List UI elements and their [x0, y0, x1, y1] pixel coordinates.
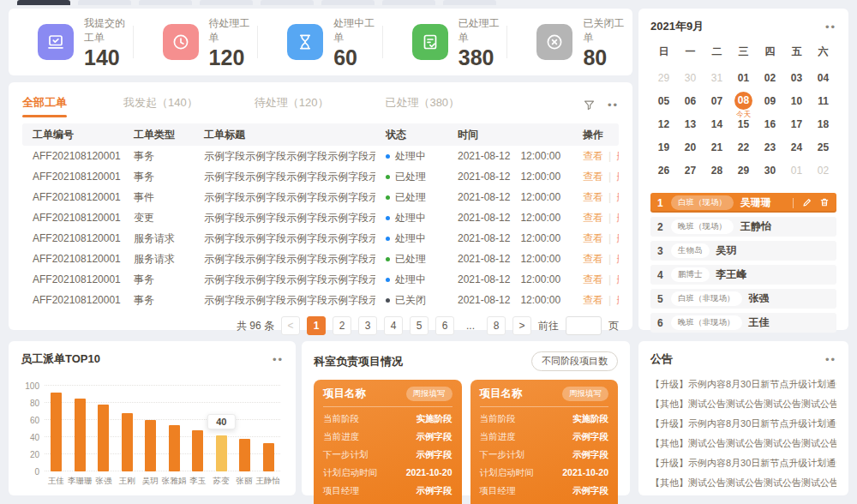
stage-count-button[interactable]: 不同阶段项目数: [531, 351, 618, 371]
calendar-day[interactable]: 01: [783, 161, 810, 184]
calendar-day[interactable]: 31: [704, 69, 730, 92]
window-tab[interactable]: [139, 0, 192, 5]
announcement-item[interactable]: 【升级】示例内容8月30日新节点升级计划通知: [650, 453, 836, 473]
window-tab[interactable]: [443, 0, 496, 5]
view-link[interactable]: 查看: [583, 253, 603, 265]
page-button-6[interactable]: 6: [435, 316, 454, 335]
calendar-day[interactable]: 02: [757, 69, 783, 92]
announcement-item[interactable]: 【其他】测试公告测试公告测试公告测试公告测试公告: [650, 434, 836, 453]
bar-张雅娟[interactable]: [169, 425, 180, 471]
more-icon[interactable]: ••: [825, 21, 836, 33]
delete-link[interactable]: 删除: [616, 273, 619, 285]
roster-item[interactable]: 4鹏博士李王峰: [650, 265, 836, 285]
roster-item[interactable]: 1白班（现场）吴珊珊: [650, 193, 836, 213]
view-link[interactable]: 查看: [583, 273, 603, 285]
calendar-day[interactable]: 06: [677, 92, 704, 115]
bar-王静怡[interactable]: [263, 443, 274, 471]
delete-link[interactable]: 删除: [616, 212, 619, 224]
calendar-day[interactable]: 15: [730, 115, 757, 138]
calendar-day[interactable]: 21: [704, 138, 730, 161]
bar-李玉[interactable]: [192, 430, 203, 471]
window-tab[interactable]: [261, 0, 314, 5]
view-link[interactable]: 查看: [583, 150, 603, 162]
delete-link[interactable]: 删除: [616, 191, 619, 203]
view-link[interactable]: 查看: [583, 294, 603, 306]
page-button-3[interactable]: 3: [358, 316, 377, 335]
calendar-day[interactable]: 30: [757, 161, 783, 184]
calendar-day[interactable]: 27: [677, 161, 704, 184]
calendar-day[interactable]: 30: [677, 69, 704, 92]
calendar-day[interactable]: 13: [677, 115, 704, 138]
view-link[interactable]: 查看: [583, 191, 603, 203]
bar-张强[interactable]: [98, 405, 109, 471]
calendar-day[interactable]: 01: [730, 69, 757, 92]
calendar-day-today[interactable]: 08今天: [730, 92, 757, 115]
edit-icon[interactable]: [802, 195, 812, 211]
calendar-day[interactable]: 28: [704, 161, 730, 184]
calendar-day[interactable]: 09: [757, 92, 783, 115]
page-button-8[interactable]: 8: [487, 316, 506, 335]
page-button-1[interactable]: 1: [307, 316, 326, 335]
weekly-report-button[interactable]: 周报填写: [562, 387, 608, 401]
delete-link[interactable]: 删除: [616, 171, 619, 183]
bar-王佳[interactable]: [51, 393, 62, 471]
tab-workorders-0[interactable]: 全部工单: [22, 92, 67, 117]
view-link[interactable]: 查看: [583, 232, 603, 244]
page-ellipsis[interactable]: ...: [461, 316, 480, 335]
announcement-item[interactable]: 【其他】测试公告测试公告测试公告测试公告测试公告: [650, 473, 836, 493]
window-tab[interactable]: [78, 0, 131, 5]
goto-page-input[interactable]: [566, 316, 602, 335]
calendar-day[interactable]: 19: [650, 138, 677, 161]
delete-link[interactable]: 删除: [616, 294, 619, 306]
more-icon[interactable]: ••: [825, 354, 836, 365]
calendar-day[interactable]: 29: [730, 161, 757, 184]
roster-item[interactable]: 2晚班（现场）王静怡: [650, 217, 836, 237]
calendar-day[interactable]: 10: [783, 92, 810, 115]
calendar-day[interactable]: 07: [704, 92, 730, 115]
announcement-item[interactable]: 【升级】示例内容8月30日新节点升级计划通知: [650, 414, 836, 434]
calendar-day[interactable]: 24: [783, 138, 810, 161]
tab-workorders-3[interactable]: 已处理（380）: [385, 92, 459, 117]
tab-workorders-1[interactable]: 我发起（140）: [123, 92, 198, 117]
page-button-2[interactable]: 2: [333, 316, 351, 335]
announcement-item[interactable]: 【升级】示例内容8月30日新节点升级计划通知: [650, 375, 836, 394]
bar-吴玥[interactable]: [145, 420, 156, 471]
bar-王刚[interactable]: [122, 413, 133, 471]
page-button-5[interactable]: 5: [410, 316, 428, 335]
announcement-item[interactable]: 【其他】测试公告测试公告测试公告测试公告测试公告: [650, 394, 836, 414]
delete-link[interactable]: 删除: [616, 150, 619, 162]
calendar-day[interactable]: 18: [810, 115, 836, 138]
delete-link[interactable]: 删除: [616, 232, 619, 244]
calendar-day[interactable]: 14: [704, 115, 730, 138]
window-tab[interactable]: [200, 0, 253, 5]
roster-item[interactable]: 3生物岛吴玥: [650, 241, 836, 261]
calendar-day[interactable]: 11: [810, 92, 836, 115]
calendar-day[interactable]: 22: [730, 138, 757, 161]
calendar-day[interactable]: 16: [757, 115, 783, 138]
calendar-day[interactable]: 26: [650, 161, 677, 184]
filter-icon[interactable]: [583, 99, 596, 111]
calendar-day[interactable]: 12: [650, 115, 677, 138]
calendar-day[interactable]: 17: [783, 115, 810, 138]
calendar-day[interactable]: 04: [810, 69, 836, 92]
more-icon[interactable]: ••: [273, 354, 284, 365]
prev-page-button[interactable]: <: [281, 316, 300, 335]
roster-item[interactable]: 6晚班（非现场）王佳: [650, 313, 836, 333]
view-link[interactable]: 查看: [583, 212, 603, 224]
more-icon[interactable]: ••: [608, 99, 619, 111]
window-tab[interactable]: [321, 0, 375, 5]
next-page-button[interactable]: >: [512, 316, 531, 335]
bar-张丽[interactable]: [239, 439, 250, 471]
calendar-day[interactable]: 23: [757, 138, 783, 161]
tab-workorders-2[interactable]: 待处理（120）: [255, 92, 329, 117]
calendar-day[interactable]: 05: [650, 92, 677, 115]
window-tab[interactable]: [17, 0, 70, 5]
calendar-day[interactable]: 25: [810, 138, 836, 161]
weekly-report-button[interactable]: 周报填写: [406, 387, 452, 401]
window-tab[interactable]: [382, 0, 435, 5]
view-link[interactable]: 查看: [583, 171, 603, 183]
calendar-day[interactable]: 20: [677, 138, 704, 161]
page-button-4[interactable]: 4: [384, 316, 403, 335]
bar-李珊珊[interactable]: [75, 399, 86, 471]
delete-link[interactable]: 删除: [616, 253, 619, 265]
